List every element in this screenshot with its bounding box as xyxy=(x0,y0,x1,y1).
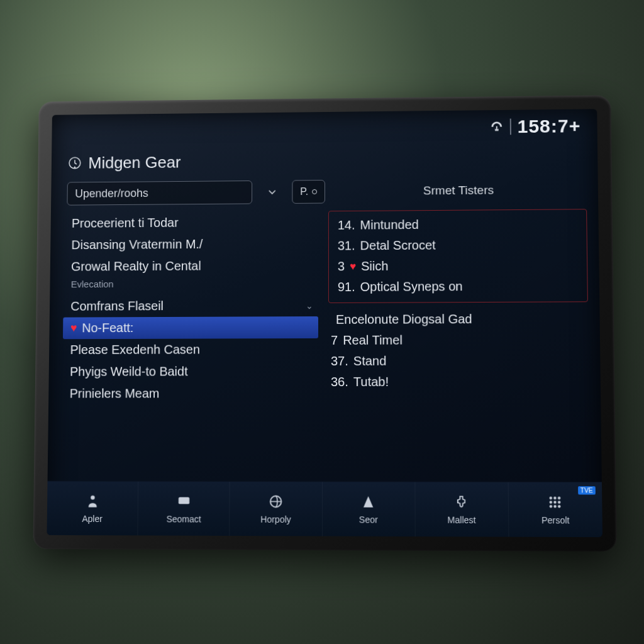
nav-icon xyxy=(267,493,284,511)
list-item-label: Detal Scrocet xyxy=(360,238,436,253)
list-item-label: Stand xyxy=(353,354,387,369)
list-item[interactable]: ♥No-Featt: xyxy=(63,316,318,339)
screen: 158:7+ Midgen Gear Upender/roohs P. xyxy=(47,109,602,537)
svg-point-4 xyxy=(550,497,552,499)
list-item[interactable]: Evlecation xyxy=(64,276,318,296)
list-item[interactable]: Disansing Vratermin M./ xyxy=(64,233,318,256)
list-item-label: Comfrans Flaseil xyxy=(70,299,164,313)
item-number: 14. xyxy=(338,218,355,233)
nav-label: Seor xyxy=(359,514,378,525)
right-group-top: 14.Mintunded31.Detal Scrocet3♥Siich91.Op… xyxy=(328,209,588,303)
list-item[interactable]: 37.Stand xyxy=(328,350,589,372)
list-item-label: Prinielers Meam xyxy=(70,386,160,401)
nav-icon xyxy=(453,494,470,513)
dropdown-label: Upender/roohs xyxy=(75,187,148,200)
item-number: 36. xyxy=(331,375,348,389)
list-item-label: Phyigs Weild-to Baidt xyxy=(70,364,188,379)
status-bar: 158:7+ xyxy=(52,109,597,148)
category-dropdown[interactable]: Upender/roohs xyxy=(67,180,252,206)
svg-rect-2 xyxy=(179,497,189,504)
nav-badge: TVE xyxy=(578,486,596,494)
list-item[interactable]: 31.Detal Scrocet xyxy=(335,234,580,256)
app-icon xyxy=(67,155,82,170)
dropdown-chevron[interactable] xyxy=(260,180,285,204)
left-pane: Proceerient ti TodarDisansing Vratermin … xyxy=(61,211,323,477)
item-number: 31. xyxy=(338,238,355,253)
list-item[interactable]: Proceerient ti Todar xyxy=(64,211,318,234)
list-item-label: Please Exedenh Casen xyxy=(70,343,200,357)
item-number: 37. xyxy=(331,354,348,369)
list-item[interactable]: 91.Optical Syneps on xyxy=(335,275,581,297)
nav-label: Persolt xyxy=(541,515,570,526)
bottom-nav: AplerSeomactHorpolySeorMallestPersoltTVE xyxy=(47,480,602,537)
item-number: 7 xyxy=(331,333,338,348)
nav-icon xyxy=(84,493,101,511)
chevron-down-icon xyxy=(266,186,279,198)
svg-point-9 xyxy=(558,501,560,503)
list-item[interactable]: 7Real Timel xyxy=(328,330,589,351)
right-tab-label: Srmet Tisters xyxy=(423,184,494,198)
nav-label: Seomact xyxy=(166,514,201,524)
list-item[interactable]: Phyigs Weild-to Baidt xyxy=(62,360,318,383)
chevron-down-icon: ⌄ xyxy=(306,301,313,311)
nav-horpoly[interactable]: Horpoly xyxy=(230,482,323,536)
list-item-label: Proceerient ti Todar xyxy=(72,216,179,231)
header-row: Midgen Gear xyxy=(52,143,598,179)
list-item-label: Optical Syneps on xyxy=(360,279,463,294)
list-item-label: Real Timel xyxy=(343,333,402,348)
list-item-label: Encelonute Diogsal Gad xyxy=(336,312,472,327)
controls-row: Upender/roohs P. Srmet Tisters xyxy=(51,174,598,209)
svg-point-8 xyxy=(554,501,557,503)
list-item[interactable]: Prinielers Meam xyxy=(62,382,318,404)
right-pane: 14.Mintunded31.Detal Scrocet3♥Siich91.Op… xyxy=(323,209,590,478)
status-divider xyxy=(509,119,511,135)
nav-mallest[interactable]: Mallest xyxy=(415,482,509,537)
heart-icon: ♥ xyxy=(350,260,356,273)
device-frame: 158:7+ Midgen Gear Upender/roohs P. xyxy=(33,95,617,552)
item-number: 91. xyxy=(338,280,355,294)
mode-pill[interactable]: P. xyxy=(292,180,325,204)
heart-icon: ♥ xyxy=(70,321,77,335)
clock: 158:7+ xyxy=(517,115,580,137)
list-item[interactable]: 3♥Siich xyxy=(335,255,580,277)
list-item-label: Siich xyxy=(361,259,388,274)
svg-point-1 xyxy=(91,496,95,500)
list-item[interactable]: Comfrans Flaseil⌄ xyxy=(63,294,318,317)
right-group-bottom: Encelonute Diogsal Gad7Real Timel37.Stan… xyxy=(328,308,589,392)
svg-point-11 xyxy=(554,505,557,508)
list-item[interactable]: Growal Realty in Cental xyxy=(64,255,318,278)
list-item[interactable]: 36.Tutab! xyxy=(328,371,589,392)
list-item[interactable]: Encelonute Diogsal Gad xyxy=(328,308,588,330)
svg-point-6 xyxy=(558,497,560,499)
svg-point-5 xyxy=(554,497,557,499)
pill-dot-icon xyxy=(312,189,317,194)
nav-label: Horpoly xyxy=(260,514,291,525)
nav-persolt[interactable]: PersoltTVE xyxy=(509,482,603,537)
list-item-label: Growal Realty in Cental xyxy=(71,259,201,274)
nav-icon xyxy=(547,494,564,513)
list-item-label: Evlecation xyxy=(71,279,114,289)
list-item-label: No-Featt: xyxy=(82,321,133,335)
list-item[interactable]: 14.Mintunded xyxy=(335,213,580,236)
list-item-label: Disansing Vratermin M./ xyxy=(71,237,203,252)
page-title: Midgen Gear xyxy=(88,152,180,172)
nav-apler[interactable]: Apler xyxy=(47,481,138,535)
nav-icon xyxy=(175,493,192,511)
list-item[interactable]: Please Exedenh Casen xyxy=(63,338,318,361)
nav-icon xyxy=(360,494,377,513)
signal-icon xyxy=(489,120,503,134)
nav-label: Mallest xyxy=(447,515,475,525)
svg-point-12 xyxy=(558,505,560,508)
svg-point-10 xyxy=(550,505,552,508)
pill-label: P. xyxy=(300,186,308,197)
item-number: 3 xyxy=(338,259,345,274)
list-item-label: Mintunded xyxy=(360,218,419,232)
nav-seomact[interactable]: Seomact xyxy=(138,482,230,536)
svg-point-7 xyxy=(550,501,552,503)
list-item-label: Tutab! xyxy=(353,375,389,389)
nav-label: Apler xyxy=(82,514,103,524)
right-tab[interactable]: Srmet Tisters xyxy=(333,182,586,198)
main-content: Proceerient ti TodarDisansing Vratermin … xyxy=(48,205,602,482)
nav-seor[interactable]: Seor xyxy=(323,482,416,536)
